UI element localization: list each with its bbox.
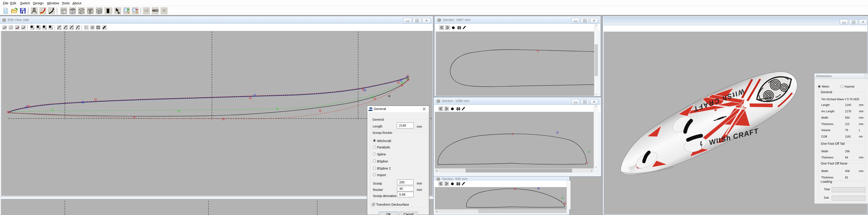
svg-text:4: 4 (79, 28, 80, 30)
svg-text:3: 3 (72, 28, 73, 30)
svg-text:2: 2 (66, 28, 67, 30)
svg-text:1: 1 (33, 28, 34, 30)
svg-text:3: 3 (45, 28, 46, 30)
svg-text:4: 4 (52, 28, 53, 30)
svg-text:1: 1 (60, 28, 61, 30)
svg-text:2: 2 (39, 28, 40, 30)
